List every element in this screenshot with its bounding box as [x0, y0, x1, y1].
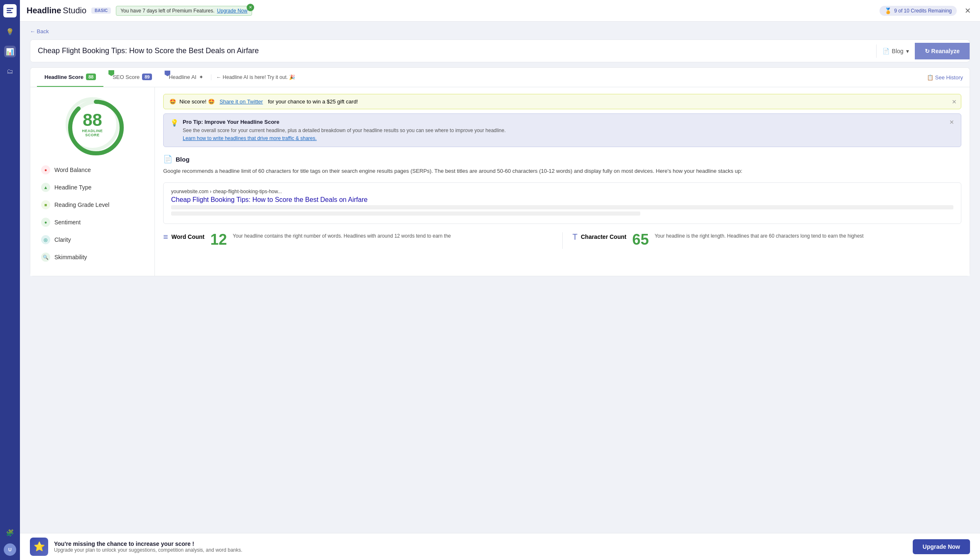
metric-headline-type[interactable]: ▲ Headline Type	[39, 179, 146, 196]
sidebar-logo[interactable]	[3, 4, 17, 17]
sidebar-item-analytics[interactable]: 📊	[4, 46, 16, 57]
headline-bar: 📄 Blog ▾ ↻ Reanalyze	[30, 39, 970, 62]
user-avatar[interactable]: U	[4, 543, 16, 556]
pro-tip-link[interactable]: Learn how to write headlines that drive …	[183, 135, 317, 141]
metric-headline-type-label: Headline Type	[54, 184, 91, 191]
tab-headline-ai[interactable]: Headline AI ✦	[159, 68, 211, 87]
basic-badge: BASIC	[91, 7, 111, 14]
twitter-notif-close[interactable]: ✕	[952, 98, 957, 105]
upgrade-subtitle: Upgrade your plan to unlock your suggest…	[54, 547, 907, 553]
type-chevron-icon: ▾	[906, 48, 909, 54]
word-count-content: 12 Your headline contains the right numb…	[211, 232, 451, 249]
ai-promo-label: ← Headline AI is here! Try it out. 🎉	[216, 74, 295, 80]
stats-row: ≡ Word Count 12 Your headline contains t…	[163, 232, 961, 249]
sidebar-item-puzzle[interactable]: 🧩	[4, 527, 16, 538]
twitter-notification: 🤩 Nice score! 🤩 Share it on Twitter for …	[163, 94, 961, 109]
reanalyze-button[interactable]: ↻ Reanalyze	[915, 43, 970, 59]
see-history-label: See History	[935, 74, 963, 81]
metric-sentiment[interactable]: ● Sentiment	[39, 214, 146, 231]
topnav-right: 🏅 9 of 10 Credits Remaining ✕	[880, 5, 973, 17]
topnav: Headline Studio BASIC You have 7 days le…	[20, 0, 980, 22]
trial-upgrade-link[interactable]: Upgrade Now	[217, 8, 247, 14]
sidebar-item-layers[interactable]: 🗂	[4, 66, 16, 77]
trial-banner: You have 7 days left of Premium Features…	[116, 6, 252, 16]
topnav-close-button[interactable]: ✕	[962, 5, 973, 17]
score-main: 🤩 Nice score! 🤩 Share it on Twitter for …	[155, 87, 970, 276]
page-content: ← Back 📄 Blog ▾ ↻ Reanalyze Headline Sco…	[20, 22, 980, 560]
bottom-spacer	[30, 282, 970, 311]
upgrade-title: You're missing the chance to increase yo…	[54, 540, 907, 547]
score-circle: 88 HEADLINESCORE	[66, 97, 120, 151]
history-icon: 📋	[927, 74, 933, 81]
word-count-block: ≡ Word Count 12 Your headline contains t…	[163, 232, 552, 249]
serp-snippet-line-2	[171, 211, 640, 216]
pro-tip-content: Pro Tip: Improve Your Headline Score See…	[183, 119, 506, 142]
sidebar: 💡 📊 🗂 🧩 U	[0, 0, 20, 560]
pro-tip-title: Pro Tip: Improve Your Headline Score	[183, 119, 506, 125]
score-arc	[67, 99, 125, 156]
serp-url: yourwebsite.com › cheap-flight-booking-t…	[171, 189, 953, 194]
type-selector[interactable]: 📄 Blog ▾	[876, 44, 915, 58]
score-card: Headline Score 88 SEO Score 89 Headline …	[30, 67, 970, 276]
serp-snippet-line-1	[171, 205, 953, 209]
back-link[interactable]: ← Back	[30, 28, 970, 34]
trial-close-button[interactable]: ✕	[247, 4, 254, 11]
score-sidebar: 88 HEADLINESCORE ● Word Balance ▲ Headli…	[30, 87, 155, 276]
stats-divider	[562, 232, 563, 249]
credits-label: 9 of 10 Credits Remaining	[894, 8, 952, 14]
trial-text: You have 7 days left of Premium Features…	[120, 8, 214, 14]
score-panel: 88 HEADLINESCORE ● Word Balance ▲ Headli…	[30, 87, 970, 276]
tab-seo-score[interactable]: SEO Score 89	[103, 68, 159, 87]
char-count-header: T Character Count	[573, 232, 627, 242]
notif-suffix: for your chance to win a $25 gift card!	[268, 98, 358, 105]
char-count-number: 65	[632, 232, 649, 247]
serp-title[interactable]: Cheap Flight Booking Tips: How to Score …	[171, 196, 953, 204]
blog-header: 📄 Blog	[163, 153, 961, 167]
metric-clarity[interactable]: ◎ Clarity	[39, 231, 146, 248]
svg-rect-2	[7, 12, 12, 13]
svg-point-4	[70, 102, 122, 153]
score-circle-wrap: 88 HEADLINESCORE	[39, 97, 146, 151]
type-label: Blog	[892, 48, 904, 54]
serp-preview: yourwebsite.com › cheap-flight-booking-t…	[163, 182, 961, 224]
upgrade-star-icon: ⭐	[34, 541, 45, 552]
see-history-link[interactable]: 📋 See History	[927, 74, 963, 81]
tabs-bar: Headline Score 88 SEO Score 89 Headline …	[30, 68, 970, 87]
metric-reading-grade-label: Reading Grade Level	[54, 201, 109, 208]
metric-clarity-label: Clarity	[54, 236, 71, 243]
headline-input[interactable]	[30, 40, 876, 62]
metric-word-balance-label: Word Balance	[54, 167, 91, 173]
pro-tip-body: See the overall score for your current h…	[183, 127, 506, 134]
credits-badge: 🏅 9 of 10 Credits Remaining	[880, 6, 957, 16]
sidebar-item-lightbulb[interactable]: 💡	[4, 26, 16, 37]
blog-title: Blog	[176, 156, 189, 163]
notif-emoji: 🤩	[169, 98, 176, 105]
char-count-icon: T	[573, 232, 578, 242]
char-count-desc: Your headline is the right length. Headl…	[654, 232, 863, 240]
svg-rect-0	[7, 8, 13, 9]
svg-rect-1	[7, 10, 11, 11]
upgrade-button[interactable]: Upgrade Now	[913, 539, 970, 554]
word-balance-dot: ●	[41, 165, 50, 174]
word-count-header: ≡ Word Count	[163, 232, 205, 242]
tab-headline-score[interactable]: Headline Score 88	[37, 68, 103, 87]
word-count-label: Word Count	[172, 233, 205, 240]
pro-tip-close[interactable]: ✕	[949, 119, 954, 125]
brand-headline: Headline	[27, 6, 61, 15]
sentiment-dot: ●	[41, 218, 50, 227]
headline-type-dot: ▲	[41, 183, 50, 192]
upgrade-bar: ⭐ You're missing the chance to increase …	[20, 533, 980, 560]
blog-doc-icon: 📄	[163, 155, 172, 164]
main-content: Headline Studio BASIC You have 7 days le…	[20, 0, 980, 560]
metric-skimmability[interactable]: 🔍 Skimmability	[39, 248, 146, 266]
metric-reading-grade[interactable]: ■ Reading Grade Level	[39, 196, 146, 214]
metric-word-balance[interactable]: ● Word Balance	[39, 161, 146, 179]
word-count-number: 12	[211, 232, 227, 247]
seo-score-badge: 89	[142, 74, 152, 80]
ai-promo-text: ← Headline AI is here! Try it out. 🎉	[211, 74, 300, 80]
headline-score-badge: 88	[86, 74, 96, 80]
clarity-dot: ◎	[41, 235, 50, 244]
metric-skimmability-label: Skimmability	[54, 254, 87, 260]
tab-seo-score-label: SEO Score	[113, 74, 140, 80]
twitter-share-link[interactable]: Share it on Twitter	[220, 98, 263, 105]
